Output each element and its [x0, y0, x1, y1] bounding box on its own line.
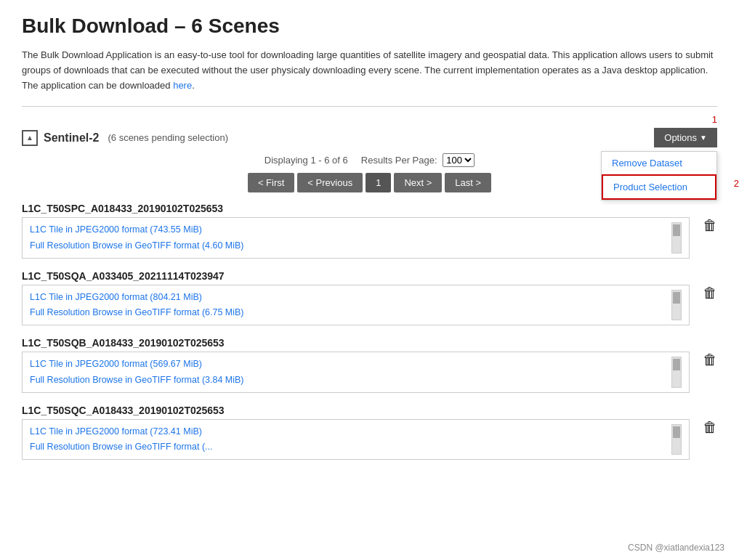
- dataset-title-area: ▲ Sentinel-2 (6 scenes pending selection…: [22, 130, 228, 146]
- scene-option[interactable]: Full Resolution Browse in GeoTIFF format…: [30, 238, 667, 253]
- scroll-thumb: [673, 426, 680, 438]
- scene-options-list: L1C Tile in JPEG2000 format (804.21 MiB)…: [30, 290, 667, 321]
- scenes-list: L1C_T50SPC_A018433_20190102T025653 L1C T…: [22, 203, 717, 460]
- scene-delete-button[interactable]: 🗑: [703, 352, 717, 368]
- scene-title: L1C_T50SQA_A033405_20211114T023947: [22, 270, 717, 282]
- options-container: Options ▼ Remove Dataset Product Selecti…: [654, 128, 717, 147]
- scene-body: L1C Tile in JPEG2000 format (569.67 MiB)…: [22, 352, 690, 393]
- scene-delete-button[interactable]: 🗑: [703, 217, 717, 234]
- page-1-button[interactable]: 1: [366, 173, 391, 192]
- dataset-header: ▲ Sentinel-2 (6 scenes pending selection…: [22, 128, 717, 147]
- scene-item: L1C_T50SPC_A018433_20190102T025653 L1C T…: [22, 203, 717, 259]
- scene-row: L1C Tile in JPEG2000 format (804.21 MiB)…: [22, 285, 717, 326]
- scene-scrollbar[interactable]: [671, 357, 682, 388]
- scene-option[interactable]: L1C Tile in JPEG2000 format (723.41 MiB): [30, 424, 667, 439]
- scene-row: L1C Tile in JPEG2000 format (743.55 MiB)…: [22, 217, 717, 259]
- options-button[interactable]: Options ▼: [654, 128, 717, 147]
- scene-scrollbar[interactable]: [671, 290, 682, 321]
- scene-body: L1C Tile in JPEG2000 format (743.55 MiB)…: [22, 217, 690, 259]
- page-title: Bulk Download – 6 Scenes: [22, 15, 717, 38]
- scene-title: L1C_T50SQB_A018433_20190102T025653: [22, 337, 717, 349]
- scene-body: L1C Tile in JPEG2000 format (804.21 MiB)…: [22, 285, 690, 326]
- download-link[interactable]: here: [173, 80, 192, 91]
- scene-options-list: L1C Tile in JPEG2000 format (569.67 MiB)…: [30, 357, 667, 388]
- scene-option[interactable]: L1C Tile in JPEG2000 format (569.67 MiB): [30, 357, 667, 372]
- scene-option[interactable]: Full Resolution Browse in GeoTIFF format…: [30, 439, 667, 455]
- scene-scrollbar[interactable]: [671, 424, 682, 455]
- scene-delete-button[interactable]: 🗑: [703, 419, 717, 436]
- scene-option[interactable]: Full Resolution Browse in GeoTIFF format…: [30, 373, 667, 388]
- scene-row: L1C Tile in JPEG2000 format (569.67 MiB)…: [22, 352, 717, 393]
- scroll-thumb: [673, 224, 680, 236]
- first-page-button[interactable]: < First: [248, 173, 294, 192]
- results-per-page-select[interactable]: 100 50 25: [443, 153, 475, 167]
- step2-label: 2: [734, 177, 739, 188]
- dataset-collapse-icon[interactable]: ▲: [22, 130, 38, 146]
- next-page-button[interactable]: Next >: [394, 173, 442, 192]
- scene-options-list: L1C Tile in JPEG2000 format (743.55 MiB)…: [30, 222, 667, 253]
- scene-title: L1C_T50SQC_A018433_20190102T025653: [22, 405, 717, 416]
- scene-option[interactable]: Full Resolution Browse in GeoTIFF format…: [30, 305, 667, 320]
- scene-body: L1C Tile in JPEG2000 format (723.41 MiB)…: [22, 419, 690, 460]
- scene-options-list: L1C Tile in JPEG2000 format (723.41 MiB)…: [30, 424, 667, 455]
- step1-label: 1: [22, 114, 717, 125]
- scene-item: L1C_T50SQC_A018433_20190102T025653 L1C T…: [22, 405, 717, 460]
- dataset-subtitle: (6 scenes pending selection): [108, 132, 228, 143]
- scroll-thumb: [673, 292, 680, 304]
- options-caret-icon: ▼: [700, 134, 707, 142]
- scroll-thumb: [673, 359, 680, 370]
- scene-option[interactable]: L1C Tile in JPEG2000 format (804.21 MiB): [30, 290, 667, 305]
- watermark: CSDN @xiatlandexia123: [628, 543, 724, 553]
- scene-title: L1C_T50SPC_A018433_20190102T025653: [22, 203, 717, 214]
- scene-item: L1C_T50SQB_A018433_20190102T025653 L1C T…: [22, 337, 717, 393]
- scene-item: L1C_T50SQA_A033405_20211114T023947 L1C T…: [22, 270, 717, 326]
- page-container: Bulk Download – 6 Scenes The Bulk Downlo…: [0, 0, 739, 560]
- dataset-name: Sentinel-2: [44, 131, 99, 145]
- scene-option[interactable]: L1C Tile in JPEG2000 format (743.55 MiB): [30, 222, 667, 238]
- scene-scrollbar[interactable]: [671, 222, 682, 253]
- options-dropdown: Remove Dataset Product Selection: [601, 151, 717, 200]
- product-selection-item[interactable]: Product Selection: [602, 174, 716, 200]
- section-divider: [22, 106, 717, 107]
- description-text: The Bulk Download Application is an easy…: [22, 48, 717, 93]
- remove-dataset-item[interactable]: Remove Dataset: [602, 152, 716, 174]
- last-page-button[interactable]: Last >: [445, 173, 491, 192]
- scene-row: L1C Tile in JPEG2000 format (723.41 MiB)…: [22, 419, 717, 460]
- prev-page-button[interactable]: < Previous: [297, 173, 363, 192]
- scene-delete-button[interactable]: 🗑: [703, 285, 717, 301]
